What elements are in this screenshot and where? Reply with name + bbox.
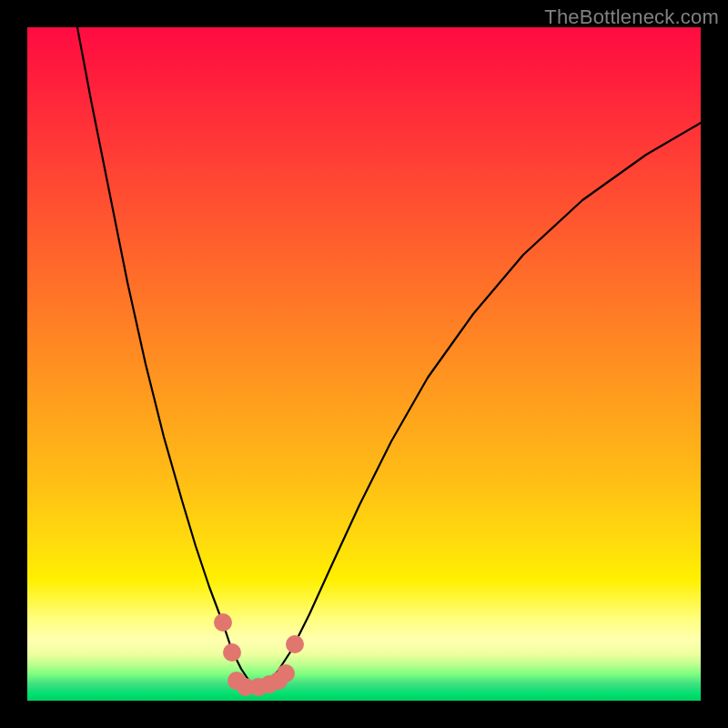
- bottleneck-curve: [77, 27, 701, 687]
- highlight-dot: [223, 643, 241, 662]
- highlight-dot: [214, 613, 232, 632]
- highlight-dots-group: [214, 613, 304, 696]
- plot-area: [27, 27, 701, 701]
- watermark-text: TheBottleneck.com: [544, 5, 719, 29]
- chart-frame: TheBottleneck.com: [0, 0, 728, 728]
- curve-layer: [27, 27, 701, 701]
- highlight-dot: [277, 664, 295, 682]
- highlight-dot: [286, 635, 304, 653]
